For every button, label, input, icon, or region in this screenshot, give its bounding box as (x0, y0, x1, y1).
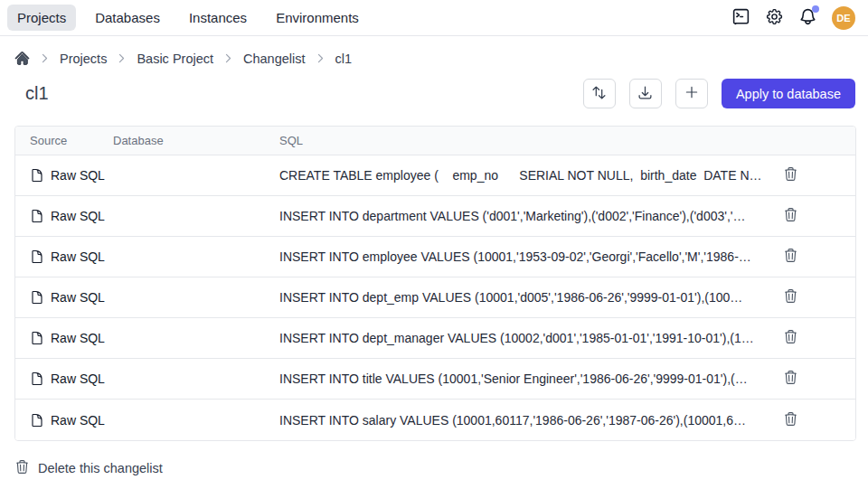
trash-icon (783, 248, 798, 266)
delete-row-button[interactable] (783, 288, 798, 306)
row-actions (772, 329, 855, 347)
table-row[interactable]: Raw SQL INSERT INTO department VALUES ('… (15, 196, 855, 237)
apply-to-database-button[interactable]: Apply to database (722, 79, 855, 108)
trash-icon (783, 411, 798, 429)
table-row[interactable]: Raw SQL INSERT INTO title VALUES (10001,… (15, 359, 855, 400)
table-row[interactable]: Raw SQL INSERT INTO salary VALUES (10001… (15, 400, 855, 440)
source-cell: Raw SQL (30, 331, 279, 345)
delete-row-button[interactable] (783, 207, 798, 225)
sql-cell: INSERT INTO salary VALUES (10001,60117,'… (279, 413, 772, 428)
source-label: Raw SQL (51, 168, 105, 183)
source-label: Raw SQL (51, 413, 105, 428)
chevron-right-icon (116, 52, 127, 64)
delete-row-button[interactable] (783, 411, 798, 429)
row-actions (772, 288, 855, 306)
home-icon (14, 51, 30, 66)
source-label: Raw SQL (51, 371, 105, 386)
top-nav-bar: Projects Databases Instances Environment… (0, 0, 868, 36)
column-header-sql: SQL (279, 134, 772, 147)
document-icon (30, 290, 44, 305)
document-icon (30, 168, 44, 183)
top-nav-actions: DE (731, 6, 855, 30)
source-cell: Raw SQL (30, 168, 279, 183)
terminal-icon (731, 7, 750, 29)
breadcrumb-cl1[interactable]: cl1 (335, 52, 353, 66)
sql-cell: CREATE TABLE employee ( emp_no SERIAL NO… (279, 168, 772, 183)
document-icon (30, 209, 44, 223)
sql-cell: INSERT INTO department VALUES ('d001','M… (279, 209, 772, 223)
source-label: Raw SQL (51, 249, 105, 264)
plus-icon (684, 84, 700, 103)
chevron-right-icon (222, 52, 234, 64)
source-cell: Raw SQL (30, 413, 279, 428)
nav-item-databases[interactable]: Databases (85, 5, 170, 31)
trash-icon (14, 459, 30, 477)
page-footer: Delete this changelist (0, 441, 868, 477)
source-cell: Raw SQL (30, 209, 279, 223)
breadcrumb-home[interactable] (14, 51, 30, 66)
table-row[interactable]: Raw SQL INSERT INTO employee VALUES (100… (15, 237, 855, 277)
download-icon (637, 85, 653, 103)
settings-button[interactable] (765, 7, 784, 29)
source-cell: Raw SQL (30, 371, 279, 386)
delete-changelist-label: Delete this changelist (38, 461, 163, 475)
main-nav: Projects Databases Instances Environment… (7, 5, 369, 31)
row-actions (772, 166, 855, 184)
document-icon (30, 413, 44, 428)
document-icon (30, 249, 44, 264)
nav-item-environments[interactable]: Environments (266, 5, 369, 31)
document-icon (30, 371, 44, 386)
trash-icon (783, 166, 798, 184)
notification-dot (812, 5, 819, 13)
sql-editor-button[interactable] (731, 7, 750, 29)
notifications-button[interactable] (798, 7, 817, 29)
delete-changelist-button[interactable]: Delete this changelist (14, 459, 163, 477)
breadcrumb: Projects Basic Project Changelist cl1 (0, 36, 868, 66)
sql-cell: INSERT INTO dept_manager VALUES (10002,'… (279, 331, 772, 345)
export-button[interactable] (629, 79, 662, 108)
title-actions: Apply to database (583, 79, 855, 108)
trash-icon (783, 288, 798, 306)
chevron-right-icon (39, 52, 51, 64)
source-label: Raw SQL (51, 209, 105, 223)
delete-row-button[interactable] (783, 329, 798, 347)
sql-cell: INSERT INTO employee VALUES (10001,'1953… (279, 249, 772, 264)
column-header-source: Source (30, 134, 113, 147)
delete-row-button[interactable] (783, 370, 798, 388)
chevron-right-icon (315, 52, 326, 64)
delete-row-button[interactable] (783, 166, 798, 184)
title-row: cl1 Apply to database (0, 66, 868, 108)
trash-icon (783, 329, 798, 347)
gear-icon (765, 7, 784, 29)
row-actions (772, 411, 855, 429)
source-label: Raw SQL (51, 331, 105, 345)
source-cell: Raw SQL (30, 290, 279, 305)
table-header: Source Database SQL (15, 127, 855, 155)
sql-cell: INSERT INTO title VALUES (10001,'Senior … (279, 371, 772, 386)
table-row[interactable]: Raw SQL CREATE TABLE employee ( emp_no S… (15, 155, 855, 196)
trash-icon (783, 207, 798, 225)
sql-cell: INSERT INTO dept_emp VALUES (10001,'d005… (279, 290, 772, 305)
add-change-button[interactable] (675, 79, 708, 108)
breadcrumb-changelist[interactable]: Changelist (243, 52, 306, 66)
row-actions (772, 248, 855, 266)
nav-item-projects[interactable]: Projects (7, 5, 76, 31)
column-header-database: Database (113, 134, 279, 147)
document-icon (30, 331, 44, 345)
nav-item-instances[interactable]: Instances (179, 5, 257, 31)
trash-icon (783, 370, 798, 388)
breadcrumb-projects[interactable]: Projects (60, 52, 107, 66)
avatar[interactable]: DE (832, 6, 855, 30)
page-title: cl1 (25, 83, 49, 104)
row-actions (772, 370, 855, 388)
changelist-table: Source Database SQL Raw SQL CREATE TABLE… (14, 126, 856, 441)
arrows-up-down-icon (591, 85, 607, 103)
reorder-button[interactable] (583, 79, 616, 108)
source-label: Raw SQL (51, 290, 105, 305)
table-row[interactable]: Raw SQL INSERT INTO dept_manager VALUES … (15, 318, 855, 359)
breadcrumb-basic-project[interactable]: Basic Project (137, 52, 213, 66)
table-row[interactable]: Raw SQL INSERT INTO dept_emp VALUES (100… (15, 277, 855, 318)
row-actions (772, 207, 855, 225)
delete-row-button[interactable] (783, 248, 798, 266)
source-cell: Raw SQL (30, 249, 279, 264)
